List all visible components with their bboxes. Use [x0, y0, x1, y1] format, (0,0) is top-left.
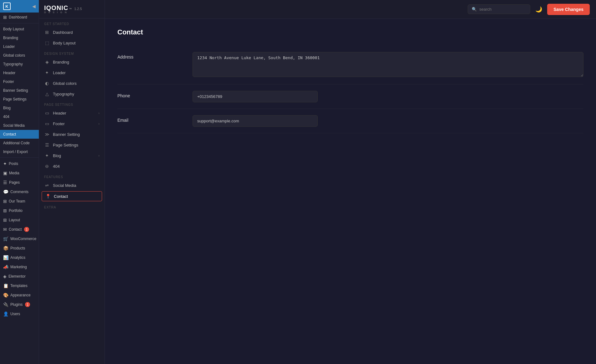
search-icon: 🔍	[472, 7, 477, 12]
wp-nav-contact[interactable]: Contact	[0, 130, 39, 139]
404-label: 404	[3, 115, 9, 119]
wp-nav-dashboard[interactable]: ⊞ Dashboard	[0, 13, 39, 22]
email-label: Email	[117, 115, 186, 123]
menu-footer[interactable]: ▭ Footer ›	[39, 118, 105, 129]
analytics-icon: 📊	[3, 255, 8, 260]
contact-label: Contact	[3, 132, 16, 136]
menu-404-label: 404	[53, 164, 60, 169]
wp-nav-portfolio[interactable]: ⊞ Portfolio	[0, 206, 39, 215]
wp-nav-woocommerce[interactable]: 🛒 WooCommerce	[0, 234, 39, 244]
email-row: Email	[117, 109, 583, 133]
contact-main-icon: ✉	[3, 227, 7, 232]
wp-nav-users[interactable]: 👤 Users	[0, 309, 39, 319]
wp-nav-page-settings[interactable]: Page Settings	[0, 95, 39, 104]
blog-label: Blog	[3, 106, 11, 110]
wp-nav-elementor[interactable]: ◈ Elementor	[0, 272, 39, 281]
section-extra: EXTRA	[39, 202, 105, 210]
contact-main-label: Contact	[9, 227, 22, 232]
menu-header[interactable]: ▭ Header ›	[39, 108, 105, 118]
wp-nav-posts[interactable]: ✦ Posts	[0, 159, 39, 168]
menu-blog[interactable]: ✦ Blog ›	[39, 150, 105, 161]
404-icon: ⊖	[44, 164, 50, 169]
dashboard-icon: ⊞	[3, 15, 7, 20]
wp-nav-404[interactable]: 404	[0, 112, 39, 121]
search-container: 🔍	[468, 4, 530, 14]
wp-nav-import-export[interactable]: Import / Export	[0, 147, 39, 156]
typography-label: Typography	[3, 62, 23, 66]
wp-nav-our-team[interactable]: ⊞ Our Team	[0, 197, 39, 206]
email-control	[193, 115, 583, 127]
wp-nav-blog[interactable]: Blog	[0, 104, 39, 112]
logo-trademark: ™	[69, 8, 72, 11]
menu-404[interactable]: ⊖ 404	[39, 161, 105, 172]
contact-badge: 1	[24, 227, 29, 232]
woo-icon: 🛒	[3, 236, 8, 241]
elementor-icon: ◈	[3, 274, 7, 279]
loader-label: Loader	[3, 44, 15, 49]
menu-body-layout[interactable]: ⬚ Body Layout	[39, 38, 105, 48]
dark-mode-toggle[interactable]: 🌙	[535, 6, 542, 13]
menu-social-media[interactable]: ⇌ Social Media	[39, 180, 105, 191]
menu-global-colors[interactable]: ◐ Global colors	[39, 78, 105, 89]
users-icon: 👤	[3, 311, 8, 316]
wp-nav-plugins[interactable]: 🔌 Plugins 1	[0, 300, 39, 309]
wp-nav-typography[interactable]: Typography	[0, 60, 39, 69]
wp-nav-templates[interactable]: 📋 Templates	[0, 281, 39, 290]
menu-dashboard[interactable]: ⊞ Dashboard	[39, 27, 105, 38]
wp-nav-appearance[interactable]: 🎨 Appearance	[0, 290, 39, 300]
social-media-label: Social Media	[3, 123, 25, 128]
wp-nav-branding[interactable]: Branding	[0, 33, 39, 42]
menu-banner-setting[interactable]: ≫ Banner Setting	[39, 129, 105, 140]
pages-label: Pages	[9, 180, 20, 185]
phone-control	[193, 91, 583, 102]
layout-label: Layout	[9, 218, 20, 222]
menu-page-settings[interactable]: ☰ Page Settings	[39, 140, 105, 150]
menu-contact[interactable]: 📍 Contact	[42, 191, 102, 201]
menu-branding[interactable]: ◈ Branding	[39, 57, 105, 67]
wp-nav-additional-code[interactable]: Additional Code	[0, 139, 39, 147]
footer-icon: ▭	[44, 121, 50, 126]
section-features: FEATURES	[39, 172, 105, 180]
wp-nav-header[interactable]: Header	[0, 69, 39, 77]
menu-typography[interactable]: △ Typography	[39, 89, 105, 99]
menu-loader[interactable]: ✦ Loader	[39, 67, 105, 78]
wp-nav-body-layout[interactable]: Body Layout	[0, 25, 39, 33]
wp-admin-sidebar: K ◀ ⊞ Dashboard Body Layout Branding Loa…	[0, 0, 39, 364]
elementor-label: Elementor	[8, 274, 26, 279]
plugins-label: Plugins	[10, 302, 23, 307]
address-input[interactable]	[193, 52, 583, 77]
wp-nav-analytics[interactable]: 📊 Analytics	[0, 253, 39, 262]
posts-label: Posts	[9, 161, 18, 166]
wp-nav-items: ⊞ Dashboard Body Layout Branding Loader …	[0, 13, 39, 319]
page-title: Contact	[117, 28, 583, 36]
wp-nav-marketing[interactable]: 📣 Marketing	[0, 262, 39, 272]
address-control	[193, 52, 583, 78]
menu-footer-label: Footer	[53, 121, 65, 126]
wp-nav-loader[interactable]: Loader	[0, 42, 39, 51]
section-get-started: GET STARTED	[39, 18, 105, 27]
menu-banner-label: Banner Setting	[53, 132, 80, 137]
portfolio-icon: ⊞	[3, 208, 7, 213]
collapse-button[interactable]: ◀	[32, 4, 36, 9]
wp-nav-products[interactable]: 📦 Products	[0, 244, 39, 253]
wp-nav-contact-main[interactable]: ✉ Contact 1	[0, 225, 39, 234]
posts-icon: ✦	[3, 161, 7, 166]
wp-nav-layout[interactable]: ⊞ Layout	[0, 215, 39, 225]
email-input[interactable]	[193, 115, 318, 127]
wp-nav-footer[interactable]: Footer	[0, 77, 39, 86]
wp-nav-banner-setting[interactable]: Banner Setting	[0, 86, 39, 95]
search-input[interactable]	[479, 7, 526, 12]
wp-nav-social-media[interactable]: Social Media	[0, 121, 39, 130]
phone-row: Phone	[117, 85, 583, 109]
portfolio-label: Portfolio	[9, 208, 23, 213]
templates-icon: 📋	[3, 283, 8, 288]
wp-nav-media[interactable]: ▣ Media	[0, 168, 39, 178]
phone-input[interactable]	[193, 91, 318, 102]
save-button[interactable]: Save Changes	[547, 4, 590, 15]
media-label: Media	[9, 171, 19, 175]
wp-nav-comments[interactable]: 💬 Comments	[0, 187, 39, 197]
plugins-badge: 1	[25, 302, 30, 307]
wp-nav-global-colors[interactable]: Global colors	[0, 51, 39, 60]
plugin-logo: IQONIC ™ 1.2.5 D E S I G N	[44, 4, 82, 14]
wp-nav-pages[interactable]: ☰ Pages	[0, 178, 39, 187]
